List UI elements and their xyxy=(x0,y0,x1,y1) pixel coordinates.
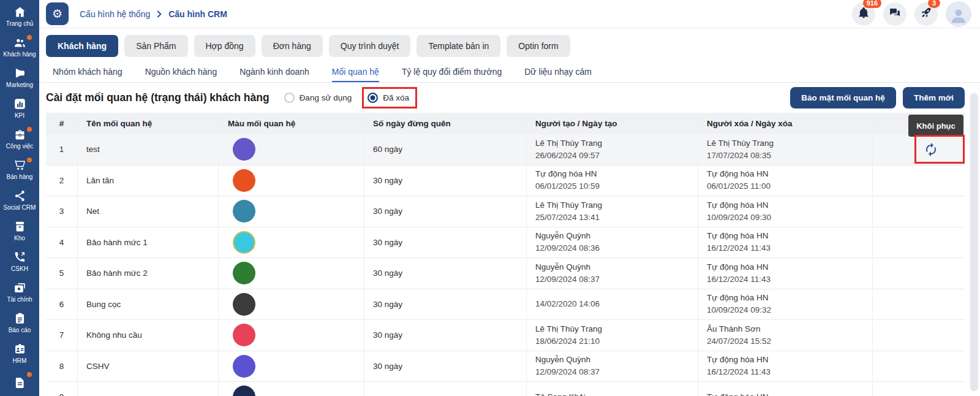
sidebar-item-label: Trang chủ xyxy=(6,20,34,27)
cell-deleter: Tự động hóa HN10/09/2024 09:32 xyxy=(698,289,873,320)
main-area: ⚙ Cấu hình hệ thống Cấu hình CRM 916 3 K… xyxy=(39,0,980,396)
tab-hop-dong[interactable]: Hợp đồng xyxy=(194,35,255,57)
cell-actions xyxy=(873,196,965,227)
subtab-nhom-khach-hang[interactable]: Nhóm khách hàng xyxy=(53,63,123,82)
rocket-icon xyxy=(920,7,932,21)
column-header: Người tạo / Ngày tạo xyxy=(527,113,698,134)
tab-don-hang[interactable]: Đơn hàng xyxy=(262,35,323,57)
bao-mat-moi-quan-he-button[interactable]: Bảo mật mối quan hệ xyxy=(790,87,896,109)
vertical-scrollbar[interactable] xyxy=(970,93,978,391)
cell-color xyxy=(219,258,364,289)
cell-deleter: Tự động hóa HN16/12/2024 11:43 xyxy=(698,227,873,258)
table-row: 8CSHV30 ngàyNguyễn Quỳnh12/09/2024 08:37… xyxy=(46,351,965,383)
radio-selected-icon xyxy=(368,93,378,103)
cell-index: 7 xyxy=(46,320,78,351)
rocket-button[interactable]: 3 xyxy=(914,2,938,26)
cart-icon xyxy=(13,159,26,172)
deleter-name: Tự động hóa HN xyxy=(707,169,769,179)
sidebar-item-tai-chinh[interactable]: Tài chính xyxy=(0,276,39,307)
sidebar-item-trang-chu[interactable]: Trang chủ xyxy=(0,0,39,31)
creator-name: Nguyễn Quỳnh xyxy=(535,231,590,241)
module-tabs: Khách hàngSản PhẩmHợp đồngĐơn hàngQuy tr… xyxy=(39,28,980,63)
radio-dang-su-dung[interactable]: Đang sử dụng xyxy=(284,93,352,103)
cell-actions xyxy=(873,320,965,351)
sidebar: Trang chủKhách hàngMarketingKPICông việc… xyxy=(0,0,39,396)
tab-khach-hang[interactable]: Khách hàng xyxy=(46,35,118,57)
radio-da-xoa[interactable]: Đã xóa xyxy=(368,93,409,103)
deleter-name: Tự động hóa HN xyxy=(707,355,769,365)
cell-creator: Lê Thị Thùy Trang18/06/2024 21:10 xyxy=(527,320,698,351)
user-avatar[interactable] xyxy=(946,1,971,27)
relationship-color-dot xyxy=(233,293,255,316)
subtab-nguon-khach-hang[interactable]: Nguồn khách hàng xyxy=(145,63,217,82)
cell-index: 3 xyxy=(46,196,78,227)
breadcrumb-parent[interactable]: Cấu hình hệ thống xyxy=(80,9,150,19)
cell-color xyxy=(219,382,364,396)
radio-unselected-icon xyxy=(284,93,295,103)
sidebar-item-kho[interactable]: Kho xyxy=(0,215,39,245)
settings-gear-button[interactable]: ⚙ xyxy=(46,2,69,25)
restore-tooltip-label: Khôi phục xyxy=(916,121,956,131)
sidebar-item-more[interactable] xyxy=(0,368,39,396)
cell-color xyxy=(219,166,364,196)
cell-color xyxy=(219,320,364,351)
restore-button[interactable] xyxy=(919,137,943,162)
relationship-color-dot xyxy=(233,231,255,254)
deleted-date: 24/07/2024 15:52 xyxy=(707,337,771,346)
sidebar-item-social-crm[interactable]: Social CRM xyxy=(0,184,39,215)
tab-template-ban-in[interactable]: Template bản in xyxy=(417,35,500,57)
cell-deleter: Tự động hóa HN10/09/2024 09:30 xyxy=(698,196,873,227)
deleted-date: 10/09/2024 09:32 xyxy=(707,305,771,315)
cell-days: 30 ngày xyxy=(364,351,527,382)
restore-button-wrap xyxy=(919,137,943,162)
share-icon xyxy=(13,189,26,202)
notification-dot xyxy=(27,158,32,162)
column-header: Người xóa / Ngày xóa xyxy=(698,113,873,134)
table-row: 7Không nhu cầu30 ngàyLê Thị Thùy Trang18… xyxy=(46,320,965,351)
cell-days xyxy=(364,382,527,396)
sidebar-item-ban-hang[interactable]: Bán hàng xyxy=(0,153,39,184)
tab-san-pham[interactable]: Sản Phẩm xyxy=(124,35,187,57)
sidebar-item-marketing[interactable]: Marketing xyxy=(0,61,39,92)
subtab-moi-quan-he[interactable]: Mối quan hệ xyxy=(332,63,379,82)
status-radio-group: Đang sử dụngĐã xóa xyxy=(284,93,409,103)
notifications-bell-button[interactable]: 916 xyxy=(852,2,875,26)
cell-deleter: Lê Thị Thùy Trang17/07/2024 08:35 xyxy=(698,134,873,165)
chat-button[interactable] xyxy=(883,2,907,26)
them-moi-button[interactable]: Thêm mới xyxy=(903,87,965,109)
subtab-nganh-kinh-doanh[interactable]: Ngành kinh doanh xyxy=(239,63,309,82)
sidebar-item-bao-cao[interactable]: Báo cáo xyxy=(0,307,39,337)
subtab-ty-le-quy-doi-diem-thuong[interactable]: Tỷ lệ quy đổi điểm thưởng xyxy=(402,63,502,82)
cell-name: Không nhu cầu xyxy=(78,320,219,351)
sidebar-item-label: KPI xyxy=(15,112,24,119)
document-icon xyxy=(13,376,26,389)
users-icon xyxy=(13,36,26,49)
cell-name: Net xyxy=(78,196,219,227)
sidebar-item-hrm[interactable]: HRM xyxy=(0,337,39,368)
cell-days: 30 ngày xyxy=(364,320,527,351)
sidebar-item-label: Báo cáo xyxy=(9,327,31,333)
cell-actions xyxy=(873,227,965,258)
subtab-du-lieu-nhay-cam[interactable]: Dữ liệu nhạy cảm xyxy=(524,63,592,82)
sidebar-item-khach-hang[interactable]: Khách hàng xyxy=(0,31,39,61)
cell-actions xyxy=(873,289,965,320)
notification-dot xyxy=(27,372,32,377)
sidebar-item-cong-viec[interactable]: Công việc xyxy=(0,123,39,153)
sidebar-item-label: Kho xyxy=(14,235,25,242)
cell-deleter: Âu Thành Sơn24/07/2024 15:52 xyxy=(698,320,873,351)
cell-color xyxy=(219,227,364,258)
cell-name: CSHV xyxy=(78,351,219,382)
cell-creator: 14/02/2020 14:06 xyxy=(527,289,698,320)
chevron-right-icon xyxy=(157,10,162,18)
sub-tabs: Nhóm khách hàngNguồn khách hàngNgành kin… xyxy=(39,63,980,83)
relationship-color-dot xyxy=(233,200,255,223)
cell-name: Lăn tăn xyxy=(78,166,219,196)
cell-creator: Nguyễn Quỳnh12/09/2024 08:37 xyxy=(527,258,698,289)
tab-quy-trinh-duyet[interactable]: Quy trình duyệt xyxy=(329,35,411,57)
deleter-name: Tự động hóa HN xyxy=(707,293,769,303)
sidebar-item-kpi[interactable]: KPI xyxy=(0,92,39,123)
tab-optin-form[interactable]: Optin form xyxy=(507,35,570,57)
bell-badge: 916 xyxy=(863,0,881,8)
sidebar-item-cskh[interactable]: CSKH xyxy=(0,245,39,276)
cell-actions xyxy=(873,134,965,165)
